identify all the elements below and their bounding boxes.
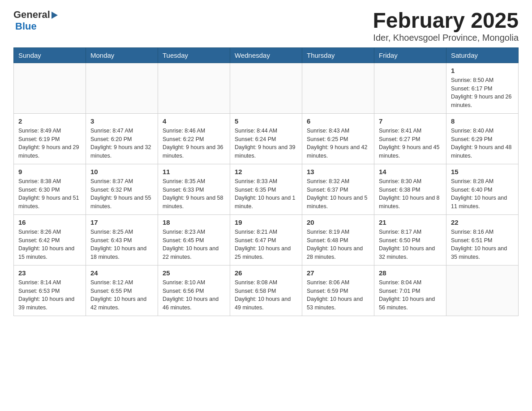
calendar-day-cell: 16Sunrise: 8:26 AM Sunset: 6:42 PM Dayli… <box>14 214 86 265</box>
calendar-day-cell: 8Sunrise: 8:40 AM Sunset: 6:29 PM Daylig… <box>446 113 519 164</box>
logo-blue: Blue <box>15 21 37 32</box>
day-info: Sunrise: 8:40 AM Sunset: 6:29 PM Dayligh… <box>451 128 512 159</box>
day-info: Sunrise: 8:35 AM Sunset: 6:33 PM Dayligh… <box>163 178 223 210</box>
day-number: 8 <box>451 117 514 125</box>
day-info: Sunrise: 8:06 AM Sunset: 6:59 PM Dayligh… <box>307 279 363 311</box>
day-info: Sunrise: 8:14 AM Sunset: 6:53 PM Dayligh… <box>18 279 74 311</box>
calendar-day-cell: 18Sunrise: 8:23 AM Sunset: 6:45 PM Dayli… <box>158 214 230 265</box>
calendar-day-cell <box>86 63 158 113</box>
day-info: Sunrise: 8:08 AM Sunset: 6:58 PM Dayligh… <box>235 279 291 311</box>
calendar-day-cell: 6Sunrise: 8:43 AM Sunset: 6:25 PM Daylig… <box>302 113 374 164</box>
day-info: Sunrise: 8:25 AM Sunset: 6:43 PM Dayligh… <box>90 229 146 260</box>
day-number: 18 <box>163 218 225 226</box>
weekday-header-row: SundayMondayTuesdayWednesdayThursdayFrid… <box>14 47 519 63</box>
calendar-title: February 2025 <box>373 9 519 33</box>
day-info: Sunrise: 8:50 AM Sunset: 6:17 PM Dayligh… <box>451 77 512 108</box>
day-info: Sunrise: 8:26 AM Sunset: 6:42 PM Dayligh… <box>18 229 74 260</box>
calendar-day-cell: 9Sunrise: 8:38 AM Sunset: 6:30 PM Daylig… <box>14 164 86 214</box>
day-info: Sunrise: 8:47 AM Sunset: 6:20 PM Dayligh… <box>90 128 151 159</box>
day-info: Sunrise: 8:10 AM Sunset: 6:56 PM Dayligh… <box>163 279 219 311</box>
day-number: 10 <box>90 168 153 176</box>
day-number: 16 <box>18 218 81 226</box>
calendar-day-cell: 21Sunrise: 8:17 AM Sunset: 6:50 PM Dayli… <box>374 214 446 265</box>
logo: General Blue <box>13 9 58 32</box>
weekday-monday: Monday <box>86 47 158 63</box>
calendar-table: SundayMondayTuesdayWednesdayThursdayFrid… <box>13 47 519 316</box>
calendar-day-cell <box>446 265 519 316</box>
calendar-day-cell <box>302 63 374 113</box>
day-info: Sunrise: 8:21 AM Sunset: 6:47 PM Dayligh… <box>235 229 291 260</box>
calendar-day-cell: 2Sunrise: 8:49 AM Sunset: 6:19 PM Daylig… <box>14 113 86 164</box>
day-info: Sunrise: 8:44 AM Sunset: 6:24 PM Dayligh… <box>235 128 296 159</box>
calendar-day-cell: 26Sunrise: 8:08 AM Sunset: 6:58 PM Dayli… <box>230 265 302 316</box>
day-number: 19 <box>235 218 297 226</box>
day-info: Sunrise: 8:16 AM Sunset: 6:51 PM Dayligh… <box>451 229 507 260</box>
calendar-day-cell: 7Sunrise: 8:41 AM Sunset: 6:27 PM Daylig… <box>374 113 446 164</box>
calendar-day-cell: 23Sunrise: 8:14 AM Sunset: 6:53 PM Dayli… <box>14 265 86 316</box>
day-number: 12 <box>235 168 297 176</box>
calendar-week-row: 2Sunrise: 8:49 AM Sunset: 6:19 PM Daylig… <box>14 113 519 164</box>
logo-block: General Blue <box>13 9 58 32</box>
day-number: 26 <box>235 269 297 277</box>
weekday-friday: Friday <box>374 47 446 63</box>
day-info: Sunrise: 8:43 AM Sunset: 6:25 PM Dayligh… <box>307 128 368 159</box>
day-number: 6 <box>307 117 369 125</box>
day-number: 2 <box>18 117 81 125</box>
day-number: 27 <box>307 269 369 277</box>
day-number: 23 <box>18 269 81 277</box>
day-info: Sunrise: 8:04 AM Sunset: 7:01 PM Dayligh… <box>379 279 435 311</box>
day-number: 20 <box>307 218 369 226</box>
calendar-day-cell: 24Sunrise: 8:12 AM Sunset: 6:55 PM Dayli… <box>86 265 158 316</box>
day-number: 1 <box>451 67 514 74</box>
calendar-day-cell: 13Sunrise: 8:32 AM Sunset: 6:37 PM Dayli… <box>302 164 374 214</box>
weekday-sunday: Sunday <box>14 47 86 63</box>
day-info: Sunrise: 8:41 AM Sunset: 6:27 PM Dayligh… <box>379 128 440 159</box>
day-number: 25 <box>163 269 225 277</box>
day-number: 17 <box>90 218 153 226</box>
day-info: Sunrise: 8:46 AM Sunset: 6:22 PM Dayligh… <box>163 128 223 159</box>
calendar-subtitle: Ider, Khoevsgoel Province, Mongolia <box>373 33 519 43</box>
page-header: General Blue February 2025 Ider, Khoevsg… <box>13 9 519 43</box>
calendar-header: SundayMondayTuesdayWednesdayThursdayFrid… <box>14 47 519 63</box>
calendar-day-cell: 5Sunrise: 8:44 AM Sunset: 6:24 PM Daylig… <box>230 113 302 164</box>
day-info: Sunrise: 8:38 AM Sunset: 6:30 PM Dayligh… <box>18 178 79 210</box>
calendar-body: 1Sunrise: 8:50 AM Sunset: 6:17 PM Daylig… <box>14 63 519 316</box>
day-number: 14 <box>379 168 442 176</box>
calendar-day-cell: 25Sunrise: 8:10 AM Sunset: 6:56 PM Dayli… <box>158 265 230 316</box>
day-info: Sunrise: 8:17 AM Sunset: 6:50 PM Dayligh… <box>379 229 435 260</box>
day-info: Sunrise: 8:12 AM Sunset: 6:55 PM Dayligh… <box>90 279 146 311</box>
weekday-thursday: Thursday <box>302 47 374 63</box>
day-number: 28 <box>379 269 442 277</box>
logo-general: General <box>13 9 50 21</box>
day-number: 24 <box>90 269 153 277</box>
day-number: 5 <box>235 117 297 125</box>
day-number: 4 <box>163 117 225 125</box>
day-info: Sunrise: 8:23 AM Sunset: 6:45 PM Dayligh… <box>163 229 219 260</box>
calendar-day-cell <box>158 63 230 113</box>
calendar-day-cell: 17Sunrise: 8:25 AM Sunset: 6:43 PM Dayli… <box>86 214 158 265</box>
day-number: 13 <box>307 168 369 176</box>
day-info: Sunrise: 8:49 AM Sunset: 6:19 PM Dayligh… <box>18 128 79 159</box>
calendar-week-row: 23Sunrise: 8:14 AM Sunset: 6:53 PM Dayli… <box>14 265 519 316</box>
weekday-saturday: Saturday <box>446 47 519 63</box>
title-block: February 2025 Ider, Khoevsgoel Province,… <box>373 9 519 43</box>
calendar-day-cell: 14Sunrise: 8:30 AM Sunset: 6:38 PM Dayli… <box>374 164 446 214</box>
weekday-wednesday: Wednesday <box>230 47 302 63</box>
calendar-day-cell: 15Sunrise: 8:28 AM Sunset: 6:40 PM Dayli… <box>446 164 519 214</box>
calendar-day-cell <box>230 63 302 113</box>
day-number: 15 <box>451 168 514 176</box>
day-info: Sunrise: 8:28 AM Sunset: 6:40 PM Dayligh… <box>451 178 507 210</box>
calendar-day-cell: 12Sunrise: 8:33 AM Sunset: 6:35 PM Dayli… <box>230 164 302 214</box>
day-number: 7 <box>379 117 442 125</box>
day-number: 21 <box>379 218 442 226</box>
day-number: 9 <box>18 168 81 176</box>
day-info: Sunrise: 8:33 AM Sunset: 6:35 PM Dayligh… <box>235 178 296 210</box>
calendar-week-row: 1Sunrise: 8:50 AM Sunset: 6:17 PM Daylig… <box>14 63 519 113</box>
calendar-day-cell <box>14 63 86 113</box>
calendar-day-cell: 1Sunrise: 8:50 AM Sunset: 6:17 PM Daylig… <box>446 63 519 113</box>
day-number: 3 <box>90 117 153 125</box>
day-info: Sunrise: 8:19 AM Sunset: 6:48 PM Dayligh… <box>307 229 363 260</box>
calendar-day-cell: 27Sunrise: 8:06 AM Sunset: 6:59 PM Dayli… <box>302 265 374 316</box>
weekday-tuesday: Tuesday <box>158 47 230 63</box>
day-info: Sunrise: 8:30 AM Sunset: 6:38 PM Dayligh… <box>379 178 440 210</box>
